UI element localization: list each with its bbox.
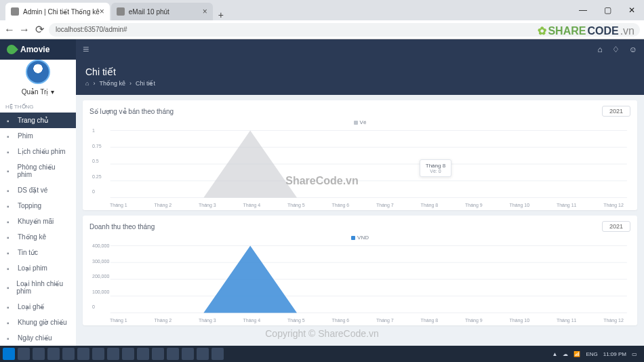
- clock-icon: ▪: [7, 319, 14, 326]
- profile-name[interactable]: Quản Trị ▾: [22, 88, 55, 96]
- sidebar-item[interactable]: ▪Khuyến mãi: [0, 214, 76, 229]
- wifi-icon[interactable]: 📶: [573, 351, 580, 357]
- avatar[interactable]: [26, 60, 50, 84]
- taskbar-app[interactable]: [77, 348, 89, 360]
- breadcrumb-item[interactable]: Thống kê: [99, 80, 125, 87]
- url-text: localhost:63570/admin#: [56, 26, 127, 33]
- breadcrumb-home[interactable]: ⌂: [85, 80, 89, 87]
- bell-icon[interactable]: ♢: [612, 45, 620, 54]
- sidebar-item-label: Trang chủ: [18, 117, 48, 124]
- notification-icon[interactable]: ▭: [632, 351, 637, 357]
- sidebar-item[interactable]: ▪Lịch chiếu phim: [0, 144, 76, 159]
- back-icon[interactable]: ←: [4, 24, 15, 35]
- tag-icon: ▪: [7, 265, 14, 272]
- sidebar-item[interactable]: ▪Khung giờ chiếu: [0, 315, 76, 330]
- lang-indicator[interactable]: ENG: [586, 351, 597, 357]
- sidebar-item[interactable]: ▪Loại hình chiếu phim: [0, 276, 76, 299]
- taskbar-app[interactable]: [122, 348, 134, 360]
- home-icon[interactable]: ⌂: [597, 45, 602, 54]
- sidebar-item-label: DS đặt vé: [18, 186, 47, 194]
- x-tick: Tháng 3: [199, 203, 216, 207]
- cloud-icon[interactable]: ☁: [563, 351, 568, 357]
- card-revenue: Doanh thu theo tháng 2021 VND 0100,00020…: [83, 216, 637, 325]
- taskbar-app[interactable]: [137, 348, 149, 360]
- taskbar-app[interactable]: [47, 348, 60, 360]
- browser-tab-active[interactable]: Admin | Chi tiết Thống kê ×: [5, 3, 110, 20]
- sidebar-item[interactable]: ▪Topping: [0, 198, 76, 214]
- leaf-icon: [5, 43, 18, 56]
- taskbar-app[interactable]: [167, 348, 179, 360]
- taskbar-app[interactable]: [107, 348, 119, 360]
- maximize-button[interactable]: ▢: [595, 0, 620, 20]
- start-button[interactable]: [3, 348, 15, 360]
- sidebar-item[interactable]: ▪Tin tức: [0, 245, 76, 260]
- browser-tabstrip: Admin | Chi tiết Thống kê × eMail 10 phú…: [0, 0, 644, 20]
- minimize-button[interactable]: —: [571, 0, 595, 20]
- reload-icon[interactable]: ⟳: [34, 24, 45, 35]
- home-icon: ▪: [7, 117, 14, 124]
- system-tray[interactable]: ▲ ☁ 📶 ENG 11:09 PM ▭: [552, 351, 641, 357]
- sidebar-item[interactable]: ▪Thống kê: [0, 229, 76, 245]
- promo-icon: ▪: [7, 218, 14, 225]
- sidebar-item-label: Ngày chiếu: [18, 334, 52, 342]
- close-tab-icon[interactable]: ×: [203, 7, 207, 16]
- taskbar-app[interactable]: [182, 348, 194, 360]
- profile-block: Quản Trị ▾: [0, 53, 76, 100]
- brand: Amovie: [0, 39, 76, 60]
- x-tick: Tháng 11: [557, 318, 577, 323]
- menu-toggle-icon[interactable]: ≡: [83, 43, 89, 56]
- x-tick: Tháng 11: [557, 203, 577, 207]
- x-tick: Tháng 1: [110, 203, 127, 207]
- taskbar-app[interactable]: [92, 348, 104, 360]
- brand-name: Amovie: [20, 45, 49, 54]
- sidebar-item[interactable]: ▪Phim: [0, 128, 76, 144]
- task-view-icon[interactable]: [33, 348, 45, 360]
- new-tab-button[interactable]: +: [214, 9, 228, 20]
- chart-legend: VND: [89, 235, 630, 241]
- sidebar-item-label: Thống kê: [18, 233, 46, 241]
- browser-tab[interactable]: eMail 10 phút ×: [111, 3, 213, 20]
- sidebar-item-label: Loại phim: [18, 264, 47, 272]
- watermark-logo: ✿ SHARECODE.vn: [538, 24, 635, 37]
- sidebar-item-label: Lịch chiếu phim: [18, 148, 66, 155]
- x-tick: Tháng 1: [110, 318, 127, 323]
- x-tick: Tháng 9: [465, 203, 483, 207]
- x-tick: Tháng 2: [155, 203, 172, 207]
- x-tick: Tháng 6: [332, 318, 350, 323]
- favicon-icon: [11, 7, 19, 16]
- room-icon: ▪: [7, 167, 14, 174]
- tray-icon[interactable]: ▲: [552, 351, 557, 357]
- taskbar-app[interactable]: [152, 348, 164, 360]
- sidebar-item[interactable]: ▪Trang chủ: [0, 113, 76, 128]
- close-tab-icon[interactable]: ×: [100, 7, 104, 16]
- x-tick: Tháng 10: [510, 203, 530, 207]
- sidebar-item-label: Phim: [18, 132, 33, 140]
- sidebar-item[interactable]: ▪DS đặt vé: [0, 182, 76, 198]
- card-title: Doanh thu theo tháng: [89, 223, 155, 230]
- favicon-icon: [117, 7, 125, 16]
- taskbar-app[interactable]: [212, 348, 224, 360]
- sidebar-item[interactable]: ▪Loại phim: [0, 260, 76, 276]
- food-icon: ▪: [7, 203, 14, 209]
- revenue-chart: 0100,000200,000300,000400,000: [89, 242, 630, 317]
- tab-title: eMail 10 phút: [129, 8, 169, 16]
- x-tick: Tháng 9: [465, 318, 483, 323]
- sidebar-item-label: Tin tức: [18, 249, 38, 256]
- search-icon[interactable]: [18, 348, 30, 360]
- window-controls: — ▢ ✕: [571, 0, 644, 20]
- taskbar-app[interactable]: [197, 348, 209, 360]
- forward-icon[interactable]: →: [19, 24, 30, 35]
- film-icon: ▪: [7, 133, 14, 140]
- clock[interactable]: 11:09 PM: [603, 351, 626, 357]
- user-icon[interactable]: ☺: [629, 45, 637, 54]
- sidebar-item[interactable]: ▪Loại ghế: [0, 299, 76, 315]
- year-selector[interactable]: 2021: [602, 106, 630, 117]
- year-selector[interactable]: 2021: [602, 221, 630, 232]
- page-header: Chi tiết ⌂ › Thống kê › Chi tiết: [76, 60, 644, 95]
- sidebar-item[interactable]: ▪Phòng chiếu phim: [0, 159, 76, 182]
- sidebar-section-label: HỆ THỐNG: [0, 100, 76, 113]
- sidebar-item[interactable]: ▪Ngày chiếu: [0, 330, 76, 346]
- close-window-button[interactable]: ✕: [620, 0, 644, 20]
- x-tick: Tháng 6: [332, 203, 350, 207]
- taskbar-app[interactable]: [62, 348, 75, 360]
